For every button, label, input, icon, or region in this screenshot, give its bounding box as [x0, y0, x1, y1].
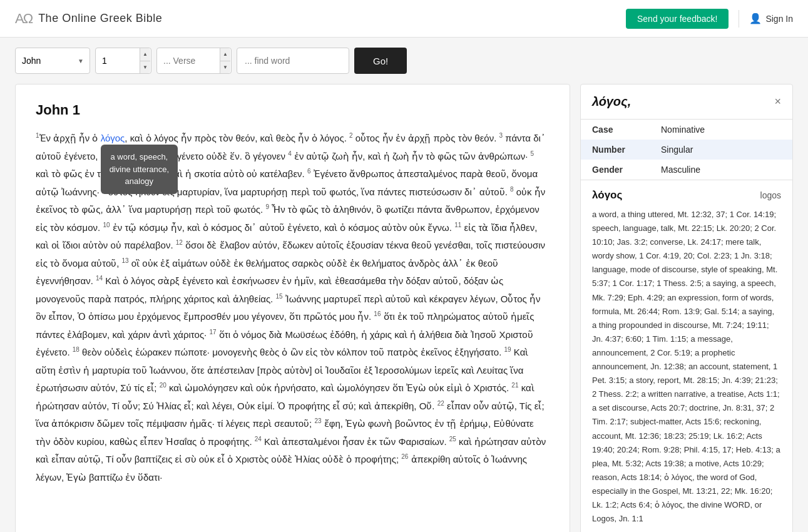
- definition-section: λόγος logos a word, a thing uttered, Mt.…: [581, 180, 792, 532]
- chapter-input-wrapper: ▲ ▼: [95, 48, 151, 74]
- highlighted-word-container: λόγοςa word, speech,divine utterance,ana…: [101, 130, 125, 148]
- gender-value: Masculine: [650, 160, 792, 180]
- feedback-button[interactable]: Send your feedback!: [626, 9, 729, 29]
- number-value: Singular: [650, 140, 792, 160]
- definition-text: a word, a thing uttered, Mt. 12:32, 37; …: [592, 208, 781, 526]
- book-select[interactable]: John Matthew Mark Luke Acts Romans: [15, 48, 90, 74]
- site-title: The Online Greek Bible: [38, 12, 162, 25]
- gender-label: Gender: [581, 160, 650, 180]
- chapter-up-button[interactable]: ▲: [140, 48, 150, 61]
- verse-input-wrapper: ▲ ▼: [156, 48, 232, 74]
- signin-button[interactable]: 👤 Sign In: [749, 13, 793, 24]
- controls-bar: John Matthew Mark Luke Acts Romans ▲ ▼ ▲…: [0, 38, 808, 84]
- sidebar-header: λόγος, ×: [581, 84, 792, 120]
- word-tooltip: a word, speech,divine utterance,analogy: [101, 145, 178, 194]
- case-value: Nominative: [650, 120, 792, 140]
- header-left: ΑΩ The Online Greek Bible: [15, 11, 162, 27]
- number-label: Number: [581, 140, 650, 160]
- grammar-row-case: Case Nominative: [581, 120, 792, 140]
- grammar-row-gender: Gender Masculine: [581, 160, 792, 180]
- grammar-row-number: Number Singular: [581, 140, 792, 160]
- highlighted-word-link[interactable]: λόγος: [101, 133, 125, 143]
- book-select-wrapper: John Matthew Mark Luke Acts Romans: [15, 48, 90, 74]
- verse-spinner: ▲ ▼: [220, 48, 230, 73]
- grammar-table: Case Nominative Number Singular Gender M…: [581, 120, 792, 180]
- main-layout: John 1 1Ἐν ἀρχῇ ἦν ὁ λόγοςa word, speech…: [0, 84, 808, 532]
- go-button[interactable]: Go!: [354, 48, 407, 74]
- case-label: Case: [581, 120, 650, 140]
- header-divider: [739, 10, 739, 28]
- definition-greek: λόγος: [592, 189, 622, 202]
- verse-down-button[interactable]: ▼: [220, 61, 230, 74]
- chapter-title: John 1: [36, 102, 550, 118]
- bible-panel: John 1 1Ἐν ἀρχῇ ἦν ὁ λόγοςa word, speech…: [15, 84, 570, 532]
- verse1-before: Ἐν ἀρχῇ ἦν ὁ: [39, 133, 101, 143]
- logo-alpha: ΑΩ: [15, 11, 32, 27]
- definition-transliteration: logos: [760, 190, 781, 200]
- verse-up-button[interactable]: ▲: [220, 48, 230, 61]
- user-icon: 👤: [749, 13, 762, 24]
- chapter-down-button[interactable]: ▼: [140, 61, 150, 74]
- sidebar-word-title: λόγος,: [592, 95, 631, 109]
- close-button[interactable]: ×: [774, 95, 781, 108]
- sidebar-panel: λόγος, × Case Nominative Number Singular…: [580, 84, 793, 532]
- chapter-spinner: ▲ ▼: [140, 48, 150, 73]
- header: ΑΩ The Online Greek Bible Send your feed…: [0, 0, 808, 38]
- definition-header: λόγος logos: [592, 189, 781, 202]
- signin-label: Sign In: [765, 14, 793, 24]
- header-right: Send your feedback! 👤 Sign In: [626, 9, 793, 29]
- word-input[interactable]: [237, 48, 349, 74]
- bible-text: 1Ἐν ἀρχῇ ἦν ὁ λόγοςa word, speech,divine…: [36, 130, 550, 486]
